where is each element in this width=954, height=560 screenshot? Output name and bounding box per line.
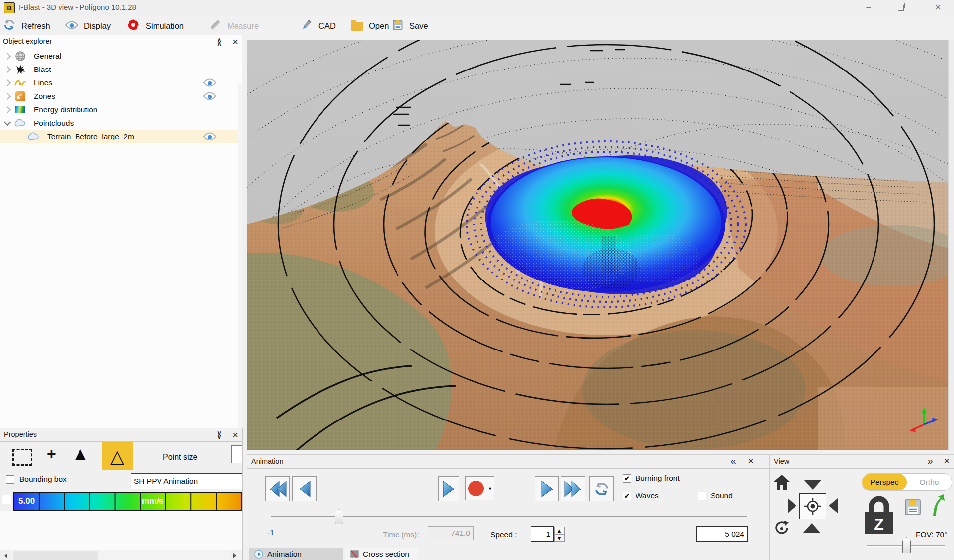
animation-close-button[interactable]: × (744, 455, 757, 466)
divider (0, 48, 242, 48)
time-input[interactable]: 741.0 (428, 526, 474, 540)
save-button[interactable]: Save (392, 15, 428, 37)
explorer-close-button[interactable]: × (229, 36, 241, 47)
sound-checkbox[interactable] (698, 492, 706, 500)
record-dropdown-icon[interactable]: ▼ (488, 486, 492, 491)
chevron-down-icon[interactable] (4, 119, 11, 126)
cloud-icon (14, 117, 26, 129)
chevron-right-icon[interactable] (4, 66, 11, 73)
lock-z-button[interactable]: Z (863, 495, 895, 537)
visibility-eye-icon[interactable] (203, 91, 217, 101)
properties-hscrollbar[interactable] (0, 550, 242, 560)
refresh-button[interactable]: Refresh (3, 15, 50, 37)
view-close-button[interactable]: × (940, 455, 953, 466)
filled-triangle-tool[interactable]: ▲ (72, 444, 89, 463)
tree-item-terrain-before-large-2m[interactable]: Terrain_Before_large_2m (0, 130, 238, 143)
close-icon: × (232, 430, 238, 440)
visibility-eye-icon[interactable] (203, 78, 217, 87)
center-view-button[interactable] (799, 493, 826, 519)
view-panel: View » × Perspec Ortho Z FOV: 70° (769, 454, 954, 560)
fov-slider-thumb[interactable] (902, 537, 911, 553)
point-size-input[interactable] (231, 445, 243, 463)
scroll-right-button[interactable] (229, 550, 240, 560)
waves-checkbox[interactable]: ✔ (623, 492, 631, 500)
explorer-collapse-button[interactable]: ∧∧ (213, 36, 226, 47)
rotate-icon (774, 520, 790, 536)
chevron-right-icon[interactable] (4, 79, 11, 86)
properties-collapse-button[interactable]: ∨∨ (213, 429, 226, 440)
chevron-right-icon[interactable] (4, 53, 11, 60)
cad-button[interactable]: CAD (300, 15, 336, 37)
step-back-button[interactable] (292, 476, 317, 501)
pan-left-button[interactable] (829, 498, 838, 513)
restore-view-button[interactable] (930, 494, 945, 518)
home-view-button[interactable] (774, 475, 790, 491)
tree-item-label: Energy distribution (34, 105, 97, 114)
spin-up-button[interactable]: ▲ (554, 527, 565, 534)
collapse-up-icon: ∧∧ (217, 38, 222, 45)
tree-item-pointclouds[interactable]: Pointclouds (0, 116, 238, 130)
pan-right-button[interactable] (788, 498, 796, 513)
pan-up-button[interactable] (803, 523, 820, 533)
tree-item-label: Zones (34, 92, 55, 101)
tab-animation[interactable]: Animation (249, 548, 343, 560)
animation-collapse-button[interactable]: « (727, 455, 740, 466)
title-bar: B I-Blast - 3D view - Polígono 10.1.28 –… (0, 0, 954, 15)
spin-down-button[interactable]: ▼ (554, 534, 565, 542)
properties-close-button[interactable]: × (229, 429, 241, 440)
tree-item-blast[interactable]: Blast (0, 63, 238, 76)
simulation-button[interactable]: Simulation (126, 15, 184, 37)
step-forward-icon (541, 480, 554, 498)
3d-viewport[interactable] (247, 40, 948, 450)
speed-spinner[interactable]: ▲ ▼ (554, 527, 565, 542)
pencil-icon (300, 18, 313, 33)
visibility-eye-icon[interactable] (203, 132, 217, 141)
bounding-box-checkbox[interactable] (6, 475, 14, 484)
projection-toggle: Perspec Ortho (862, 473, 952, 491)
refresh-label: Refresh (21, 21, 50, 31)
collapse-left-icon: « (730, 455, 736, 467)
ortho-button[interactable]: Ortho (907, 474, 952, 490)
blast-icon (14, 64, 26, 75)
tab-cross-section[interactable]: Cross section (345, 548, 418, 560)
loop-button[interactable] (589, 476, 614, 501)
close-button[interactable]: × (930, 0, 947, 15)
colorbar-checkbox[interactable] (2, 495, 11, 504)
select-rectangle-tool[interactable] (12, 449, 32, 466)
wireframe-triangle-tool-selected[interactable]: △ (102, 442, 133, 470)
perspective-button[interactable]: Perspec (862, 474, 907, 490)
go-to-start-button[interactable] (265, 476, 290, 501)
color-mode-field[interactable]: SH PPV Animation (131, 473, 243, 489)
display-button[interactable]: Display (65, 15, 111, 37)
chevron-right-icon[interactable] (4, 106, 11, 113)
burning-front-checkbox[interactable]: ✔ (623, 474, 631, 483)
ppv-color-scale[interactable]: 5.00 mm/s (13, 492, 243, 511)
step-forward-button[interactable] (535, 476, 559, 501)
tree-item-energy-distribution[interactable]: Energy distribution (0, 103, 238, 116)
chevron-right-icon[interactable] (4, 93, 11, 100)
scroll-left-button[interactable] (0, 550, 11, 560)
app-logo-icon: B (4, 2, 15, 13)
scrollbar-thumb[interactable] (13, 551, 98, 560)
view-expand-button[interactable]: » (924, 455, 937, 466)
rotate-view-button[interactable] (774, 520, 790, 538)
tree-item-general[interactable]: General (0, 49, 238, 63)
speed-input[interactable]: 1 (531, 526, 554, 542)
save-view-button[interactable] (903, 497, 923, 519)
play-button[interactable] (438, 476, 459, 501)
add-point-tool[interactable]: + (47, 445, 56, 463)
tree-item-zones[interactable]: Zones (0, 89, 238, 103)
tree-item-lines[interactable]: Lines (0, 76, 238, 89)
home-icon (774, 475, 790, 490)
record-button[interactable]: ▼ (465, 476, 494, 500)
record-icon (468, 481, 484, 496)
timeline-slider-thumb[interactable] (335, 509, 343, 524)
go-to-end-button[interactable] (561, 476, 585, 501)
ortho-label: Ortho (920, 478, 939, 487)
burning-front-label: Burning front (636, 474, 680, 483)
pan-down-button[interactable] (804, 480, 821, 490)
frame-count-input[interactable]: 5 024 (696, 526, 748, 542)
minimize-button[interactable]: – (860, 0, 877, 15)
open-button[interactable]: Open (351, 15, 389, 37)
restore-button[interactable] (892, 0, 909, 15)
